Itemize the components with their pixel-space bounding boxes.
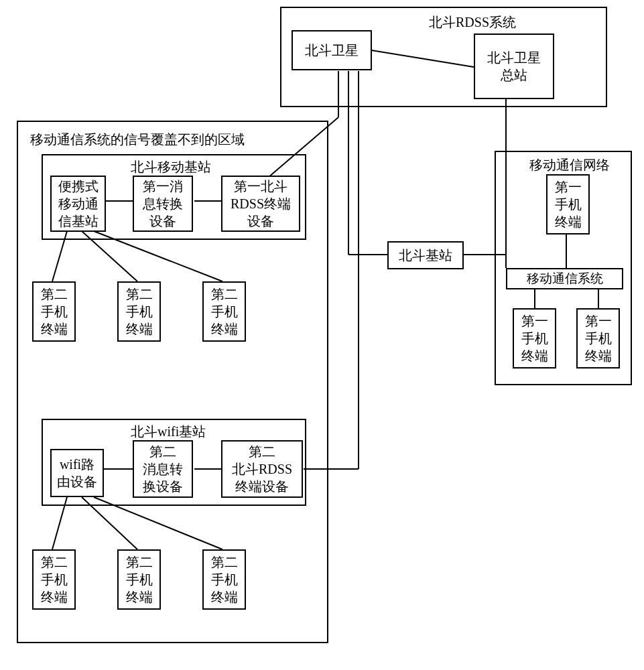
beidou-master-station-box: 北斗卫星 总站 [474,34,554,99]
first-phone-box: 第一 手机 终端 [576,308,620,368]
wifi-router-label: wifi路 由设备 [57,456,97,490]
beidou-master-station-label: 北斗卫星 总站 [487,49,541,84]
second-phone-box: 第二 手机 终端 [117,281,161,342]
second-phone-label: 第二 手机 终端 [211,285,238,338]
rdss-system-title: 北斗RDSS系统 [429,13,516,31]
second-rdss-terminal-label: 第二 北斗RDSS 终端设备 [232,443,292,495]
first-phone-box: 第一 手机 终端 [513,308,556,368]
first-phone-label: 第一 手机 终端 [521,312,548,364]
second-phone-box: 第二 手机 终端 [202,549,246,610]
first-phone-label: 第一 手机 终端 [555,178,582,230]
first-msg-converter-label: 第一消 息转换 设备 [143,178,183,230]
second-rdss-terminal-box: 第二 北斗RDSS 终端设备 [221,440,303,498]
beidou-satellite-box: 北斗卫星 [292,30,372,70]
second-phone-label: 第二 手机 终端 [41,553,68,606]
wifi-router-box: wifi路 由设备 [50,449,104,497]
portable-station-label: 便携式 移动通 信基站 [58,178,99,230]
first-phone-label: 第一 手机 终端 [585,312,612,364]
beidou-base-box: 北斗基站 [387,241,464,269]
mobile-system-box: 移动通信系统 [506,268,623,289]
second-phone-box: 第二 手机 终端 [32,281,76,342]
second-phone-box: 第二 手机 终端 [202,281,246,342]
second-msg-converter-box: 第二 消息转 换设备 [133,440,193,498]
second-phone-label: 第二 手机 终端 [41,285,68,338]
mobile-network-title: 移动通信网络 [529,156,610,174]
first-msg-converter-box: 第一消 息转换 设备 [133,176,193,232]
wifi-base-title: 北斗wifi基站 [131,423,206,440]
portable-station-box: 便携式 移动通 信基站 [50,176,106,232]
second-msg-converter-label: 第二 消息转 换设备 [143,443,183,495]
first-phone-box: 第一 手机 终端 [546,174,590,234]
second-phone-label: 第二 手机 终端 [126,553,153,606]
first-rdss-terminal-box: 第一北斗 RDSS终端 设备 [221,176,300,232]
second-phone-label: 第二 手机 终端 [126,285,153,338]
second-phone-box: 第二 手机 终端 [117,549,161,610]
no-coverage-title: 移动通信系统的信号覆盖不到的区域 [30,131,245,148]
second-phone-box: 第二 手机 终端 [32,549,76,610]
mobile-base-title: 北斗移动基站 [131,158,211,176]
first-rdss-terminal-label: 第一北斗 RDSS终端 设备 [231,178,291,230]
second-phone-label: 第二 手机 终端 [211,553,238,606]
